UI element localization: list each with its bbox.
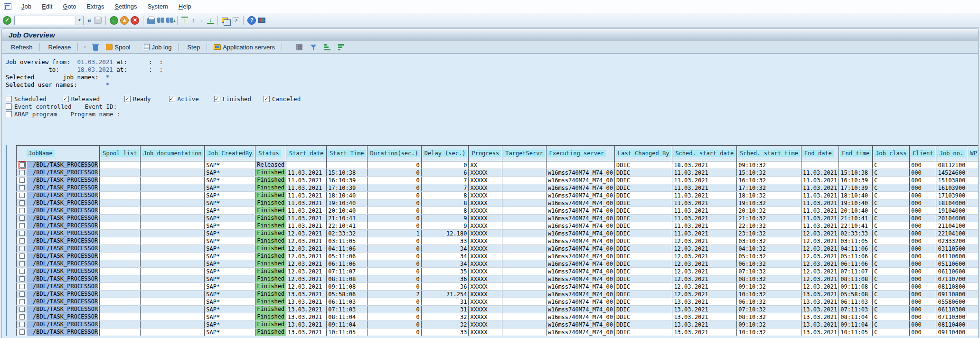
cancel-icon[interactable]: ✕: [131, 16, 139, 25]
job-row[interactable]: /BDL/TASK_PROCESSORSAP*Finished11.03.202…: [17, 184, 979, 192]
row-checkbox[interactable]: [19, 200, 25, 206]
column-header-job-class[interactable]: Job class: [873, 146, 910, 161]
jobname-cell[interactable]: /BDL/TASK_PROCESSOR: [17, 199, 100, 207]
job-row[interactable]: /BDL/TASK_PROCESSORSAP*Finished13.03.202…: [17, 313, 979, 321]
checkbox-box[interactable]: [214, 96, 220, 102]
job-row[interactable]: /BDL/TASK_PROCESSORSAP*Finished13.03.202…: [17, 291, 979, 298]
column-header-duration-sec-[interactable]: Duration(sec.): [367, 146, 421, 161]
first-page-icon[interactable]: ↑: [181, 17, 188, 24]
jobname-cell[interactable]: /BDL/TASK_PROCESSOR: [17, 215, 100, 222]
jobname-cell[interactable]: /BDL/TASK_PROCESSOR: [17, 275, 100, 283]
checkbox-released[interactable]: Released: [63, 95, 100, 103]
menu-item-edit[interactable]: Edit: [37, 1, 57, 12]
job-log-button[interactable]: Job log: [141, 42, 175, 52]
jobname-cell[interactable]: /BDL/TASK_PROCESSOR: [17, 184, 100, 192]
column-header-client[interactable]: Client: [910, 146, 936, 161]
job-row[interactable]: /BDL/TASK_PROCESSORSAP*Finished12.03.202…: [17, 268, 979, 275]
jobname-cell[interactable]: /BDL/TASK_PROCESSOR: [17, 177, 100, 184]
row-checkbox[interactable]: [19, 185, 25, 190]
jobname-cell[interactable]: /BDL/TASK_PROCESSOR: [17, 192, 100, 199]
job-row[interactable]: /BDL/TASK_PROCESSORSAP*Finished11.03.202…: [17, 222, 979, 230]
grid-button[interactable]: [293, 43, 306, 52]
jobname-cell[interactable]: /BDL/TASK_PROCESSOR: [17, 245, 100, 253]
sort-ascending-button[interactable]: [321, 43, 334, 52]
job-row[interactable]: /BDL/TASK_PROCESSORSAP*Finished11.03.202…: [17, 207, 979, 215]
job-row[interactable]: /BDL/TASK_PROCESSORSAP*Finished13.03.202…: [17, 329, 979, 336]
refresh-button[interactable]: Refresh: [6, 42, 36, 52]
column-header-status[interactable]: Status: [255, 146, 286, 161]
jobname-cell[interactable]: /BDL/TASK_PROCESSOR: [17, 237, 100, 245]
job-row[interactable]: /BDL/TASK_PROCESSORSAP*Finished12.03.202…: [17, 260, 979, 268]
checkbox-event-controlled[interactable]: Event controlled: [6, 103, 71, 110]
checkbox-box[interactable]: [124, 96, 131, 102]
menu-item-settings[interactable]: Settings: [109, 1, 142, 12]
row-checkbox[interactable]: [19, 178, 25, 183]
column-header-jobname[interactable]: JobName: [17, 146, 100, 161]
row-checkbox[interactable]: [19, 254, 25, 259]
job-row[interactable]: /BDL/TASK_PROCESSORSAP*Finished13.03.202…: [17, 306, 979, 313]
job-row[interactable]: /BDL/TASK_PROCESSORSAP*Finished12.03.202…: [17, 253, 979, 260]
system-menu-icon[interactable]: [4, 3, 11, 10]
enter-icon[interactable]: ✓: [3, 16, 11, 25]
jobname-cell[interactable]: /BDL/TASK_PROCESSOR: [17, 329, 100, 336]
sort-descending-button[interactable]: [335, 43, 348, 52]
job-row[interactable]: /BDL/TASK_PROCESSORSAP*Finished12.03.202…: [17, 283, 979, 291]
column-header-last-changed-by[interactable]: Last Changed By: [615, 146, 672, 161]
checkbox-ready[interactable]: Ready: [124, 95, 151, 103]
column-header-progress[interactable]: Progress: [469, 146, 502, 161]
jobname-cell[interactable]: /BDL/TASK_PROCESSOR: [17, 260, 100, 268]
row-checkbox[interactable]: [19, 216, 25, 221]
collapse-icon[interactable]: «: [86, 16, 92, 24]
row-checkbox[interactable]: [19, 170, 25, 175]
jobname-cell[interactable]: /BDL/TASK_PROCESSOR: [17, 207, 100, 215]
row-checkbox[interactable]: [19, 193, 25, 198]
jobname-cell[interactable]: /BDL/TASK_PROCESSOR: [17, 253, 100, 260]
checkbox-canceled[interactable]: Canceled: [264, 95, 301, 103]
row-checkbox[interactable]: [19, 291, 25, 297]
row-checkbox[interactable]: [19, 269, 25, 274]
percentage-button[interactable]: [285, 46, 292, 48]
filter-button[interactable]: [307, 43, 320, 52]
job-row[interactable]: /BDL/TASK_PROCESSORSAP*Finished12.03.202…: [17, 245, 979, 253]
next-page-icon[interactable]: ↓: [198, 17, 205, 23]
menu-item-goto[interactable]: Goto: [57, 1, 81, 12]
command-input[interactable]: [15, 16, 75, 25]
row-checkbox[interactable]: [19, 162, 25, 168]
checkbox-box[interactable]: [264, 96, 270, 102]
menu-item-system[interactable]: System: [142, 1, 173, 12]
previous-page-icon[interactable]: ↑: [190, 17, 197, 23]
column-header-sched-start-time[interactable]: Sched. start time: [737, 146, 801, 161]
jobname-cell[interactable]: /BDL/TASK_PROCESSOR: [17, 222, 100, 230]
command-dropdown-icon[interactable]: ▼: [75, 16, 83, 25]
gui-layout-icon[interactable]: [258, 18, 265, 23]
back-icon[interactable]: ←: [110, 16, 118, 25]
column-header-sched-start-date[interactable]: Sched. start date: [672, 146, 737, 161]
row-checkbox[interactable]: [19, 314, 25, 319]
job-row[interactable]: /BDL/TASK_PROCESSORSAP*Finished12.03.202…: [17, 237, 979, 245]
step-button[interactable]: Step: [182, 42, 203, 52]
checkbox-box[interactable]: [6, 103, 12, 110]
checkbox-box[interactable]: [6, 96, 12, 102]
filter-value[interactable]: *: [106, 74, 110, 81]
checkbox-box[interactable]: [63, 96, 69, 102]
checkbox-finished[interactable]: Finished: [214, 95, 251, 103]
checkbox-scheduled[interactable]: Scheduled: [6, 95, 47, 103]
job-row[interactable]: /BDL/TASK_PROCESSORSAP*Finished11.03.202…: [17, 215, 979, 222]
release-button[interactable]: Release: [43, 42, 75, 52]
column-header-job-createdby[interactable]: Job CreatedBy: [205, 146, 255, 161]
column-header-spool-list[interactable]: Spool list: [100, 146, 140, 161]
job-row[interactable]: /BDL/TASK_PROCESSORSAP*Finished13.03.202…: [17, 298, 979, 306]
menu-item-extras[interactable]: Extras: [82, 1, 110, 12]
jobname-cell[interactable]: /BDL/TASK_PROCESSOR: [17, 321, 100, 329]
row-checkbox[interactable]: [19, 246, 25, 251]
row-checkbox[interactable]: [19, 223, 25, 228]
jobname-cell[interactable]: /BDL/TASK_PROCESSOR: [17, 283, 100, 291]
find-icon[interactable]: [157, 18, 160, 23]
checkbox-box[interactable]: [6, 111, 12, 117]
column-header-executing-server[interactable]: Executing server: [546, 146, 614, 161]
checkbox-box[interactable]: [169, 96, 175, 102]
checkbox-abap-program[interactable]: ABAP program: [6, 111, 57, 118]
row-checkbox[interactable]: [19, 261, 25, 266]
jobname-cell[interactable]: /BDL/TASK_PROCESSOR: [17, 298, 100, 306]
stop-button[interactable]: [81, 45, 89, 49]
